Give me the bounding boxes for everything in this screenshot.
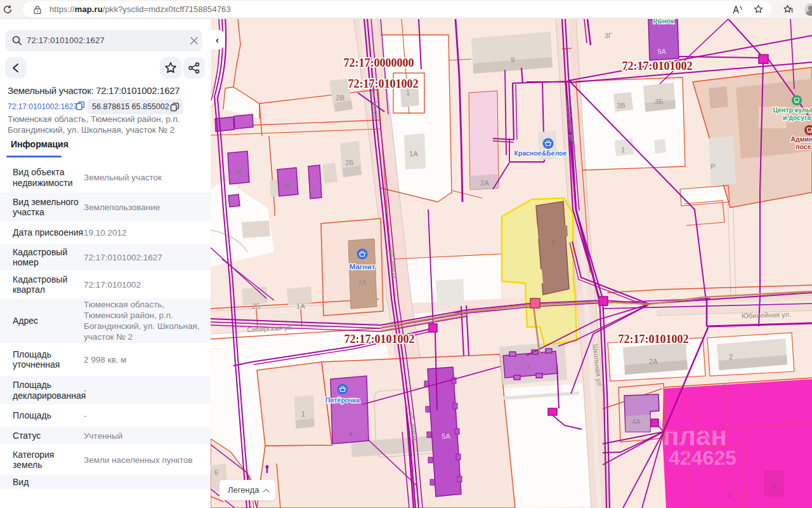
svg-text:Рынок: Рынок xyxy=(653,19,674,25)
svg-text:Центр культур: Центр культур xyxy=(773,106,812,114)
svg-text:Магнит: Магнит xyxy=(350,263,376,271)
svg-text:3Б: 3Б xyxy=(655,98,663,105)
svg-text:2А: 2А xyxy=(649,358,658,365)
svg-text:5: 5 xyxy=(773,484,776,491)
svg-text:1: 1 xyxy=(301,410,305,418)
svg-text:2А: 2А xyxy=(358,279,367,286)
svg-text:72:17:0101002: 72:17:0101002 xyxy=(619,333,689,345)
svg-text:поселения: поселения xyxy=(796,143,812,150)
svg-text:и досуга: и досуга xyxy=(783,114,811,121)
svg-text:1Б: 1Б xyxy=(233,168,242,176)
svg-text:5А: 5А xyxy=(442,432,450,440)
svg-text:72:17:0101002: 72:17:0101002 xyxy=(622,60,693,72)
svg-text:4А: 4А xyxy=(632,418,641,425)
svg-text:72:17:0101002: 72:17:0101002 xyxy=(348,77,419,90)
svg-text:72:17:0101002: 72:17:0101002 xyxy=(344,333,415,345)
svg-text:3В: 3В xyxy=(617,102,625,109)
svg-text:1А: 1А xyxy=(409,150,418,157)
svg-text:3Г: 3Г xyxy=(605,32,612,39)
svg-text:2: 2 xyxy=(551,239,555,246)
svg-text:Р: Р xyxy=(710,163,715,170)
svg-text:3: 3 xyxy=(727,491,731,498)
svg-text:2Б: 2Б xyxy=(345,159,353,166)
svg-text:9: 9 xyxy=(511,56,514,64)
svg-text:Администрац: Администрац xyxy=(791,135,812,143)
svg-text:424625: 424625 xyxy=(669,446,737,469)
svg-text:72:17:0000000: 72:17:0000000 xyxy=(344,57,414,69)
svg-text:6: 6 xyxy=(214,469,218,476)
svg-text:9А: 9А xyxy=(657,48,666,55)
svg-text:2А: 2А xyxy=(480,179,489,187)
svg-text:Красное&Белое: Красное&Белое xyxy=(514,149,567,157)
svg-text:Пятёрочка: Пятёрочка xyxy=(325,396,360,404)
svg-text:2Г: 2Г xyxy=(284,182,291,190)
svg-text:4: 4 xyxy=(527,363,530,370)
svg-text:1: 1 xyxy=(621,146,625,154)
svg-text:2Б: 2Б xyxy=(252,302,260,310)
svg-text:1А: 1А xyxy=(296,302,305,310)
svg-text:2В: 2В xyxy=(336,94,344,102)
svg-text:4: 4 xyxy=(349,431,353,438)
svg-text:2: 2 xyxy=(729,353,733,361)
